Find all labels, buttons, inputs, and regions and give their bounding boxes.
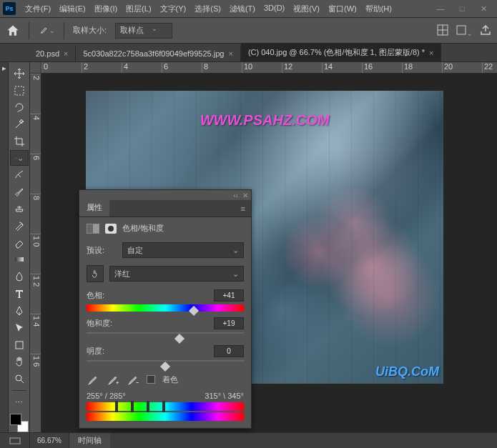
svg-rect-2 xyxy=(15,86,24,95)
menu-layer[interactable]: 图层(L) xyxy=(122,1,154,16)
eyedropper-tool-icon[interactable] xyxy=(10,150,29,166)
panel-menu-icon[interactable]: ≡ xyxy=(235,201,251,216)
range-left-label: 255° / 285° xyxy=(87,392,126,400)
svg-point-5 xyxy=(16,375,21,381)
hue-slider[interactable] xyxy=(87,304,244,312)
document-tabs: 20.psd× 5c030a822c758aa3f6f09049ef99525.… xyxy=(0,44,497,62)
foreground-color-swatch[interactable] xyxy=(10,414,21,425)
menu-help[interactable]: 帮助(H) xyxy=(362,1,395,16)
watermark-bottom: UiBQ.CoM xyxy=(375,364,439,379)
lightness-value-input[interactable]: 0 xyxy=(214,345,244,357)
home-icon[interactable] xyxy=(6,24,20,38)
path-selection-tool-icon[interactable] xyxy=(10,319,29,337)
hue-label: 色相: xyxy=(87,290,104,301)
finger-scrub-icon[interactable] xyxy=(87,265,104,282)
lightness-slider[interactable] xyxy=(87,360,244,367)
blur-tool-icon[interactable] xyxy=(10,268,29,285)
colorize-label: 着色 xyxy=(162,374,178,385)
screen-mode-icon[interactable]: ⌄ xyxy=(456,24,473,37)
tab-close-icon[interactable]: × xyxy=(64,49,68,58)
history-brush-tool-icon[interactable] xyxy=(10,217,29,234)
maximize-icon[interactable]: □ xyxy=(451,1,473,16)
share-icon[interactable] xyxy=(480,24,491,37)
zoom-level[interactable]: 66.67% xyxy=(30,433,69,448)
status-left-icons[interactable] xyxy=(0,433,30,448)
expand-panel-icon[interactable]: ▸ xyxy=(0,62,9,432)
menu-window[interactable]: 窗口(W) xyxy=(325,1,360,16)
hand-tool-icon[interactable] xyxy=(10,354,29,371)
eyedropper-tool-icon[interactable]: ⌄ xyxy=(38,22,55,39)
shape-tool-icon[interactable] xyxy=(10,337,29,354)
color-range-strip[interactable] xyxy=(87,402,244,411)
colorize-checkbox[interactable] xyxy=(147,375,155,384)
minimize-icon[interactable]: ― xyxy=(430,1,451,16)
marquee-tool-icon[interactable] xyxy=(10,82,29,99)
channel-select[interactable]: 洋红 xyxy=(109,266,244,282)
panel-collapse-icon[interactable]: ‹‹ xyxy=(233,191,238,199)
ruler-horizontal[interactable]: 0246810121416182022242628 xyxy=(41,62,497,74)
watermark-top: WWW.PSAHZ.COM xyxy=(200,112,330,129)
tab-close-icon[interactable]: × xyxy=(429,49,433,57)
mask-icon[interactable] xyxy=(105,224,117,234)
menu-filter[interactable]: 滤镜(T) xyxy=(226,1,259,16)
tab-close-icon[interactable]: × xyxy=(228,49,232,58)
crop-tool-icon[interactable] xyxy=(10,133,29,150)
type-tool-icon[interactable] xyxy=(10,285,29,302)
options-bar: ⌄ 取样大小: 取样点⌄ ⌄ xyxy=(0,18,497,44)
ruler-origin[interactable] xyxy=(30,62,41,74)
ps-logo-icon: Ps xyxy=(3,2,16,15)
lasso-tool-icon[interactable] xyxy=(10,99,29,116)
eraser-tool-icon[interactable] xyxy=(10,234,29,252)
clone-stamp-tool-icon[interactable] xyxy=(10,200,29,217)
move-tool-icon[interactable] xyxy=(10,65,29,82)
eyedropper-subtract-icon[interactable] xyxy=(127,373,139,386)
window-controls: ― □ ✕ xyxy=(430,1,494,16)
gradient-tool-icon[interactable] xyxy=(10,251,29,268)
eyedropper-sample-icon[interactable] xyxy=(87,373,99,386)
zoom-tool-icon[interactable] xyxy=(10,370,29,387)
titlebar: Ps 文件(F) 编辑(E) 图像(I) 图层(L) 文字(Y) 选择(S) 滤… xyxy=(0,0,497,18)
svg-rect-6 xyxy=(10,438,20,444)
svg-rect-1 xyxy=(457,26,466,34)
menu-view[interactable]: 视图(V) xyxy=(290,1,323,16)
sample-size-label: 取样大小: xyxy=(73,25,107,36)
hue-value-input[interactable]: +41 xyxy=(214,289,244,302)
grid-icon[interactable] xyxy=(437,24,448,37)
tab-document-2[interactable]: 5c030a822c758aa3f6f09049ef99525.jpg× xyxy=(76,46,240,61)
adjustment-icon[interactable] xyxy=(87,224,99,234)
saturation-label: 饱和度: xyxy=(87,318,112,329)
saturation-slider-thumb[interactable] xyxy=(174,334,184,344)
eyedropper-add-icon[interactable] xyxy=(107,373,119,386)
brush-tool-icon[interactable] xyxy=(10,183,29,200)
range-right-label: 315° \ 345° xyxy=(205,392,244,400)
preset-label: 预设: xyxy=(87,245,117,256)
menu-image[interactable]: 图像(I) xyxy=(91,1,121,16)
panel-close-icon[interactable]: ✕ xyxy=(242,191,248,199)
magic-wand-tool-icon[interactable] xyxy=(10,116,29,134)
adjustment-title: 色相/饱和度 xyxy=(122,223,164,234)
healing-brush-tool-icon[interactable] xyxy=(10,166,29,183)
close-icon[interactable]: ✕ xyxy=(473,1,494,16)
pen-tool-icon[interactable] xyxy=(10,302,29,319)
saturation-value-input[interactable]: +19 xyxy=(214,317,244,329)
status-bar: 66.67% 时间轴 xyxy=(0,432,497,448)
ruler-vertical[interactable]: 24681 01 21 41 6 xyxy=(30,74,41,432)
tab-document-3[interactable]: (C) 040.jpg @ 66.7% (色相/饱和度 1, 图层蒙版/8) *… xyxy=(241,44,442,61)
menu-text[interactable]: 文字(Y) xyxy=(157,1,190,16)
sample-size-select[interactable]: 取样点⌄ xyxy=(115,23,172,39)
timeline-button[interactable]: 时间轴 xyxy=(69,433,110,448)
menu-edit[interactable]: 编辑(E) xyxy=(56,1,89,16)
edit-toolbar-icon[interactable]: ⋯ xyxy=(10,394,29,411)
lightness-slider-thumb[interactable] xyxy=(160,362,170,372)
menu-3d[interactable]: 3D(D) xyxy=(260,1,288,16)
properties-tab[interactable]: 属性 xyxy=(79,199,109,216)
menu-file[interactable]: 文件(F) xyxy=(21,1,54,16)
preset-select[interactable]: 自定 xyxy=(122,242,244,258)
hue-slider-thumb[interactable] xyxy=(189,306,199,316)
toolbar: ⋯ xyxy=(9,62,30,432)
svg-rect-3 xyxy=(15,257,24,262)
menu-select[interactable]: 选择(S) xyxy=(191,1,225,16)
color-swatches[interactable] xyxy=(10,414,29,432)
tab-document-1[interactable]: 20.psd× xyxy=(29,46,76,61)
saturation-slider[interactable] xyxy=(87,332,244,339)
